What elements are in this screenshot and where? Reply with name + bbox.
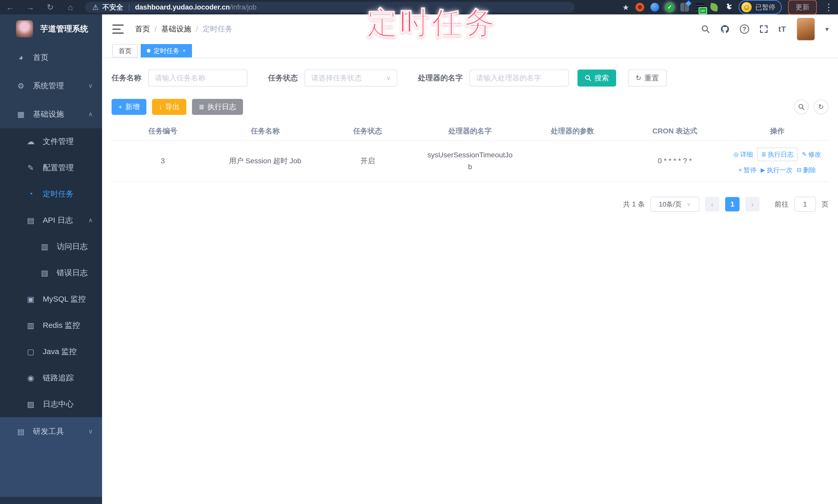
extension-blue-icon[interactable] xyxy=(650,3,659,12)
sidebar-item-label: 研发工具 xyxy=(33,426,64,437)
reset-button-label: 重置 xyxy=(645,73,659,83)
page-1-button[interactable]: 1 xyxy=(725,197,739,212)
goto-page-input[interactable] xyxy=(794,197,816,212)
extension-grid-icon[interactable] xyxy=(680,3,689,12)
on-badge: on xyxy=(699,7,707,14)
tab-scheduled-tasks[interactable]: 定时任务 × xyxy=(141,44,192,57)
font-size-icon[interactable]: tT xyxy=(779,25,786,34)
extension-orange-icon[interactable] xyxy=(635,3,644,12)
sidebar-item-label: 首页 xyxy=(33,52,49,63)
sidebar-item-infrastructure[interactable]: ▦ 基础设施 ∧ xyxy=(0,100,102,128)
app-logo-row[interactable]: 芋道管理系统 xyxy=(0,14,102,43)
total-count: 共 1 条 xyxy=(623,200,645,209)
extension-list-icon[interactable]: on xyxy=(695,3,704,11)
task-status-select[interactable]: 请选择任务状态 ∨ xyxy=(304,70,397,87)
sidebar-item-label: 系统管理 xyxy=(33,80,64,91)
pagination: 共 1 条 10条/页 ∨ ‹ 1 › 前往 页 xyxy=(111,197,828,212)
dashboard-icon: ◕ xyxy=(15,53,27,62)
tab-home[interactable]: 首页 xyxy=(112,44,138,57)
delete-link[interactable]: ⊟ 删除 xyxy=(797,166,816,174)
github-icon[interactable] xyxy=(720,24,730,34)
chevron-down-icon[interactable]: ▾ xyxy=(825,25,829,33)
home-icon[interactable]: ⌂ xyxy=(60,3,81,12)
add-button[interactable]: + 新增 xyxy=(111,99,146,115)
sidebar-item-dev-tools[interactable]: ▤ 研发工具 ∨ xyxy=(0,417,102,446)
search-button[interactable]: 搜索 xyxy=(577,70,616,87)
sidebar-item-error-logs[interactable]: ▧ 错误日志 xyxy=(0,259,102,286)
help-icon[interactable]: ? xyxy=(740,24,749,34)
run-once-link-label: 执行一次 xyxy=(767,166,792,174)
chevron-down-icon: ∨ xyxy=(687,201,691,208)
avatar[interactable] xyxy=(797,18,815,41)
breadcrumb-current: 定时任务 xyxy=(203,24,232,34)
extensions-puzzle-icon[interactable] xyxy=(724,3,732,12)
search-icon[interactable] xyxy=(701,25,710,34)
sidebar-item-home[interactable]: ◕ 首页 xyxy=(0,43,102,72)
edit-link-label: 修改 xyxy=(808,150,821,159)
forward-icon[interactable]: → xyxy=(20,3,40,12)
cell-handler-name: sysUserSessionTimeoutJob xyxy=(419,149,521,173)
sidebar-item-access-logs[interactable]: ▥ 访问日志 xyxy=(0,233,102,259)
pencil-icon: ✎ xyxy=(802,151,806,158)
breadcrumb-home[interactable]: 首页 xyxy=(135,24,150,34)
toggle-search-button[interactable] xyxy=(794,100,809,114)
not-secure-label[interactable]: 不安全 xyxy=(102,3,123,12)
edit-link[interactable]: ✎ 修改 xyxy=(802,150,821,159)
task-name-input[interactable] xyxy=(148,70,247,87)
paused-label: 已暂停 xyxy=(755,3,775,12)
sidebar-item-trace[interactable]: ◉ 链路追踪 xyxy=(0,365,102,391)
close-icon[interactable]: × xyxy=(182,48,186,54)
sidebar-item-label: 访问日志 xyxy=(57,241,88,252)
sidebar-item-log-center[interactable]: ▨ 日志中心 xyxy=(0,391,102,417)
sidebar-item-label: MySQL 监控 xyxy=(43,294,86,304)
fullscreen-icon[interactable] xyxy=(760,25,768,34)
export-button[interactable]: ↓ 导出 xyxy=(152,99,186,115)
sidebar-item-label: 链路追踪 xyxy=(43,373,74,383)
sidebar-item-system-management[interactable]: ⚙ 系统管理 ∨ xyxy=(0,72,102,100)
layers-icon: ▥ xyxy=(25,321,37,330)
sidebar-item-label: 定时任务 xyxy=(43,189,74,199)
run-once-link[interactable]: ▶ 执行一次 xyxy=(761,166,793,174)
table-header-row: 任务编号 任务名称 任务状态 处理器的名字 处理器的参数 CRON 表达式 操作 xyxy=(111,122,828,141)
breadcrumb-infrastructure[interactable]: 基础设施 xyxy=(161,24,191,34)
col-handler-name: 处理器的名字 xyxy=(419,126,521,136)
execution-log-button[interactable]: ≣ 执行日志 xyxy=(192,99,243,115)
list-icon: ≣ xyxy=(199,103,204,111)
sidebar-item-mysql-monitor[interactable]: ▣ MySQL 监控 xyxy=(0,286,102,312)
handler-name-input[interactable] xyxy=(470,70,569,87)
sidebar-item-label: 错误日志 xyxy=(57,268,88,278)
browser-menu-icon[interactable]: ⋮ xyxy=(824,2,833,13)
bookmark-star-icon[interactable]: ★ xyxy=(622,3,629,12)
profile-paused-pill[interactable]: ☺ 已暂停 xyxy=(738,0,782,14)
sidebar-item-file-management[interactable]: ☁ 文件管理 xyxy=(0,128,102,155)
extension-green-check-icon[interactable]: ✓ xyxy=(665,3,674,12)
prev-page-button[interactable]: ‹ xyxy=(705,197,719,212)
sidebar-item-scheduled-tasks[interactable]: ◔ 定时任务 xyxy=(0,181,102,207)
timer-icon: ◔ xyxy=(25,190,37,198)
address-bar[interactable]: ⚠ 不安全 dashboard.yudao.iocoder.cn /infra/… xyxy=(85,2,575,13)
cell-actions: ◎ 详细 ≣ 执行日志 ✎ 修改 × 暂停 xyxy=(726,148,828,174)
detail-link[interactable]: ◎ 详细 xyxy=(733,150,753,159)
sidebar-item-label: 配置管理 xyxy=(43,162,74,173)
document-icon: ▥ xyxy=(39,242,51,251)
pause-link[interactable]: × 暂停 xyxy=(738,166,756,174)
back-icon[interactable]: ← xyxy=(0,3,20,12)
update-button[interactable]: 更新 xyxy=(788,0,817,15)
reload-icon[interactable]: ↻ xyxy=(40,2,60,12)
next-page-button[interactable]: › xyxy=(745,197,760,212)
row-execution-log-link[interactable]: ≣ 执行日志 xyxy=(757,148,798,161)
sidebar-item-api-logs[interactable]: ▤ API 日志 ∧ xyxy=(0,207,102,233)
page-size-select[interactable]: 10条/页 ∨ xyxy=(650,197,699,212)
reset-button[interactable]: ↻ 重置 xyxy=(628,70,667,87)
play-icon: ▶ xyxy=(761,167,765,174)
sidebar-item-redis-monitor[interactable]: ▥ Redis 监控 xyxy=(0,312,102,338)
collapse-sidebar-icon[interactable] xyxy=(112,24,124,34)
extension-leaf-icon[interactable] xyxy=(710,3,719,12)
refresh-table-button[interactable]: ↻ xyxy=(814,100,828,114)
url-path: /infra/job xyxy=(230,3,257,11)
handler-name-label: 处理器的名字 xyxy=(418,73,463,83)
sidebar-item-config-management[interactable]: ✎ 配置管理 xyxy=(0,155,102,181)
goto-unit: 页 xyxy=(821,200,828,209)
sidebar-item-java-monitor[interactable]: ▢ Java 监控 xyxy=(0,338,102,365)
cloud-icon: ☁ xyxy=(25,137,37,146)
